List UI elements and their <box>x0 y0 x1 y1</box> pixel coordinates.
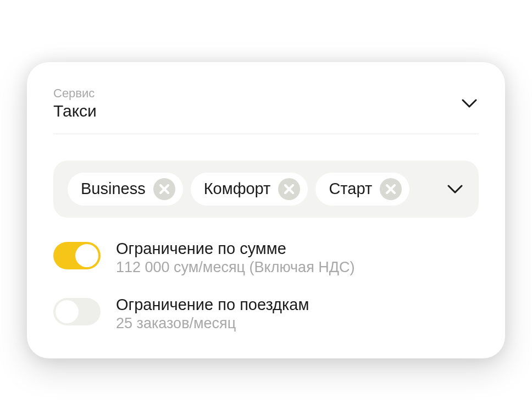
tariff-chips-wrap: Business Комфорт Старт <box>68 173 437 206</box>
tariff-chip-business: Business <box>68 173 183 206</box>
setting-title: Ограничение по поездкам <box>116 296 309 314</box>
setting-text: Ограничение по сумме 112 000 сум/месяц (… <box>116 240 355 276</box>
close-icon[interactable] <box>380 178 402 200</box>
chip-label: Business <box>81 180 146 198</box>
tariff-chips-container[interactable]: Business Комфорт Старт <box>53 161 479 218</box>
service-value: Такси <box>53 102 97 120</box>
close-icon[interactable] <box>278 178 300 200</box>
setting-title: Ограничение по сумме <box>116 240 355 258</box>
service-selector[interactable]: Сервис Такси <box>53 86 479 134</box>
chip-label: Старт <box>329 180 372 198</box>
toggle-trip-limit[interactable] <box>53 298 101 325</box>
setting-amount-limit: Ограничение по сумме 112 000 сум/месяц (… <box>53 240 479 276</box>
close-icon[interactable] <box>153 178 175 200</box>
service-text: Сервис Такси <box>53 86 97 120</box>
toggle-knob <box>56 300 79 323</box>
tariff-chip-comfort: Комфорт <box>191 173 308 206</box>
chevron-down-icon[interactable] <box>446 180 464 198</box>
service-label: Сервис <box>53 86 97 101</box>
setting-text: Ограничение по поездкам 25 заказов/месяц <box>116 296 309 332</box>
setting-subtitle: 112 000 сум/месяц (Включая НДС) <box>116 259 355 276</box>
chevron-down-icon <box>460 94 479 113</box>
toggle-knob <box>75 244 98 267</box>
tariff-chip-start: Старт <box>315 173 409 206</box>
settings-card: Сервис Такси Business Комфорт Старт <box>27 62 505 358</box>
setting-trip-limit: Ограничение по поездкам 25 заказов/месяц <box>53 296 479 332</box>
setting-subtitle: 25 заказов/месяц <box>116 315 309 332</box>
chip-label: Комфорт <box>204 180 271 198</box>
toggle-amount-limit[interactable] <box>53 242 101 269</box>
